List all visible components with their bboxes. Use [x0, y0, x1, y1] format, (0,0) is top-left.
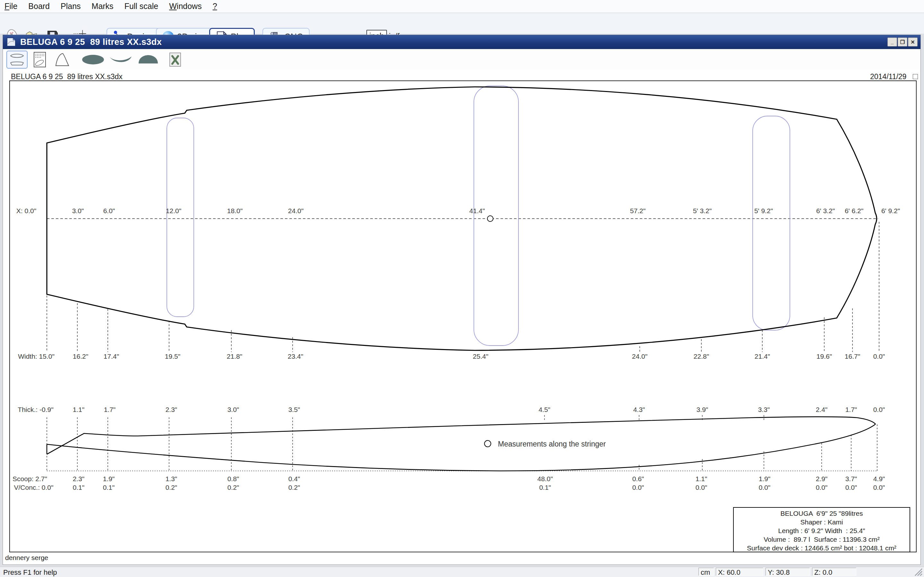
- measurement-label: 0.0": [632, 484, 644, 492]
- center-marker: [487, 216, 493, 221]
- measurement-label: 6' 6.2": [845, 207, 863, 215]
- status-field: X: 60.0: [716, 568, 763, 576]
- info-box-line: Volume : 89.7 l Surface : 11396.3 cm²: [764, 535, 879, 544]
- measurement-label: 2.3": [73, 475, 85, 483]
- resize-grip[interactable]: [914, 568, 923, 576]
- measurement-label: 6.0": [103, 207, 115, 215]
- measurement-label: 3.0": [72, 207, 84, 215]
- measurement-label: 21.4": [754, 353, 770, 360]
- measurement-label: X: 0.0": [16, 207, 36, 215]
- measurement-label: 5' 3.2": [693, 207, 712, 215]
- measurement-label: 4.5": [539, 406, 551, 414]
- measurement-label: 0.0": [845, 484, 857, 492]
- board-plan-drawing[interactable]: [0, 0, 924, 577]
- info-box-line: Surface dev deck : 12466.5 cm² bot : 120…: [747, 544, 897, 552]
- measurement-label: 1.1": [73, 406, 85, 414]
- measurement-label: 0.1": [540, 484, 551, 492]
- stringer-note-text: Measurements along the stringer: [498, 440, 606, 448]
- measurement-label: Scoop: 2.7": [13, 475, 47, 483]
- measurement-label: 0.2": [228, 484, 239, 492]
- measurement-label: 0.2": [166, 484, 178, 492]
- measurement-label: 41.4": [469, 207, 485, 215]
- measurement-label: 57.2": [630, 207, 646, 215]
- measurement-label: 1.7": [104, 406, 116, 414]
- measurement-label: 0.1": [73, 484, 85, 492]
- measurement-label: 12.0": [166, 207, 181, 215]
- measurement-label: 18.0": [227, 207, 242, 215]
- measurement-label: 0.0": [816, 484, 828, 492]
- measurement-label: 4.9": [873, 475, 885, 483]
- measurement-label: 0.0": [759, 484, 771, 492]
- stringer-note-marker: [485, 440, 491, 447]
- info-box-line: Length : 6' 9.2" Width : 25.4": [778, 526, 865, 535]
- measurement-label: 6' 3.2": [816, 207, 835, 215]
- measurement-label: 24.0": [632, 353, 648, 360]
- measurement-label: 0.0": [873, 353, 885, 360]
- measurement-label: 3.9": [696, 406, 708, 414]
- measurement-label: 2.9": [816, 475, 828, 483]
- measurement-label: 2.3": [166, 406, 178, 414]
- measurement-label: 1.9": [103, 475, 115, 483]
- measurement-label: 3.7": [845, 475, 857, 483]
- measurement-label: 0.2": [288, 484, 300, 492]
- measurement-label: 4.3": [633, 406, 645, 414]
- document-footer-author: dennery serge: [5, 554, 48, 562]
- measurement-label: 0.6": [632, 475, 644, 483]
- measurement-label: 5' 9.2": [754, 207, 773, 215]
- info-box-line: Shaper : Kami: [800, 518, 843, 526]
- status-field: Y: 30.8: [766, 568, 810, 576]
- measurement-label: 17.4": [103, 353, 119, 360]
- measurement-label: 6' 9.2": [881, 207, 900, 215]
- status-field: cm: [698, 568, 714, 576]
- measurement-label: 16.7": [845, 353, 860, 360]
- board-info-box: BELOUGA 6'9" 25 "89litresShaper : KamiLe…: [733, 509, 910, 552]
- info-box-line: BELOUGA 6'9" 25 "89litres: [780, 509, 863, 518]
- measurement-label: 0.0": [873, 484, 885, 492]
- measurement-label: 0.0": [873, 406, 885, 414]
- measurement-label: 25.4": [473, 353, 488, 360]
- measurement-label: V/Conc.: 0.0": [14, 484, 53, 492]
- measurement-label: 24.0": [288, 207, 304, 215]
- status-help-text: Press F1 for help: [3, 568, 57, 577]
- measurement-label: 1.7": [845, 406, 857, 414]
- measurement-label: 0.1": [103, 484, 115, 492]
- measurement-label: 3.3": [758, 406, 770, 414]
- measurement-label: 16.2": [73, 353, 88, 360]
- measurement-label: 2.4": [816, 406, 828, 414]
- measurement-label: 1.9": [759, 475, 771, 483]
- measurement-label: 3.0": [228, 406, 239, 414]
- measurement-label: Thick.: -0.9": [18, 406, 53, 414]
- measurement-label: 1.3": [166, 475, 178, 483]
- measurement-label: 19.6": [817, 353, 832, 360]
- measurement-label: 48.0": [537, 475, 553, 483]
- measurement-label: 0.8": [228, 475, 239, 483]
- measurement-label: 0.0": [696, 484, 708, 492]
- measurement-label: 21.8": [227, 353, 242, 360]
- measurement-label: 19.5": [165, 353, 180, 360]
- measurement-label: 23.4": [288, 353, 303, 360]
- measurement-label: Width: 15.0": [18, 353, 55, 360]
- status-field: Z: 0.0: [812, 568, 856, 576]
- measurement-label: 22.8": [694, 353, 709, 360]
- measurement-label: 3.5": [288, 406, 300, 414]
- measurement-label: 1.1": [696, 475, 708, 483]
- measurement-label: 0.4": [288, 475, 300, 483]
